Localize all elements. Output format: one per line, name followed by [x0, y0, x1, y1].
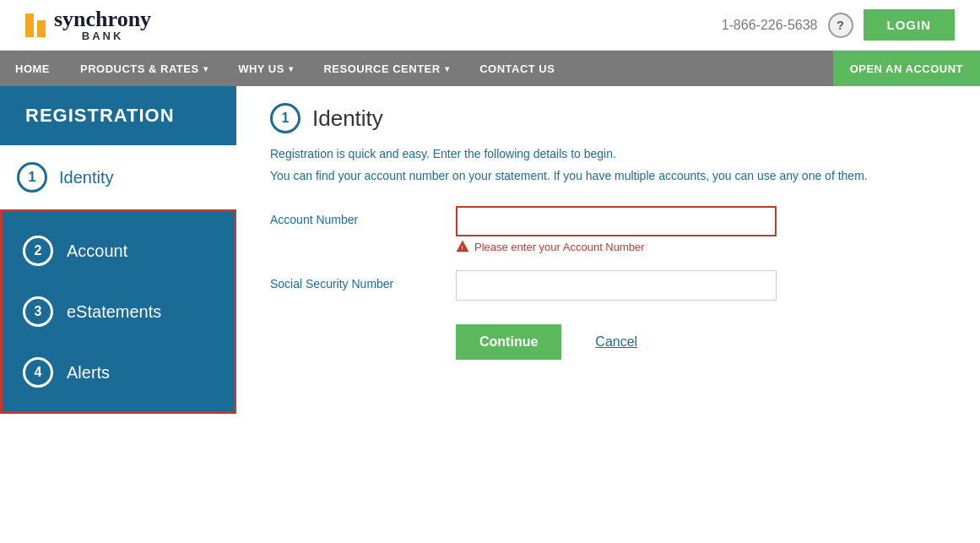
nav-products-rates[interactable]: PRODUCTS & RATES ▾	[65, 51, 223, 86]
logo-text: synchrony BANK	[54, 8, 151, 41]
sidebar: REGISTRATION 1 Identity 2 Account	[0, 86, 236, 414]
nav-why-us[interactable]: WHY US ▾	[223, 51, 308, 86]
account-number-label: Account Number	[270, 206, 439, 226]
sidebar-step-alerts[interactable]: 4 Alerts	[3, 342, 234, 403]
sidebar-step-estatements[interactable]: 3 eStatements	[3, 281, 234, 342]
nav-home[interactable]: HOME	[0, 51, 65, 86]
login-button[interactable]: LOGIN	[864, 9, 956, 41]
ssn-input[interactable]	[456, 270, 777, 301]
step2-label: Account	[67, 242, 127, 261]
content-title-row: 1 Identity	[270, 103, 946, 133]
content-step1-circle: 1	[270, 103, 300, 133]
help-button[interactable]: ?	[828, 13, 853, 38]
header-right: 1-866-226-5638 ? LOGIN	[722, 9, 955, 41]
sidebar-header: REGISTRATION	[0, 86, 236, 145]
open-account-button[interactable]: OPEN AN ACCOUNT	[833, 51, 980, 86]
chevron-down-icon: ▾	[289, 64, 294, 73]
step3-circle: 3	[23, 296, 53, 327]
step1-label: Identity	[59, 168, 113, 187]
continue-button[interactable]: Continue	[456, 324, 561, 360]
info-text: You can find your account number on your…	[270, 169, 946, 182]
main-content: REGISTRATION 1 Identity 2 Account	[0, 86, 980, 414]
form-actions: Continue Cancel	[456, 324, 946, 360]
content-title: Identity	[312, 106, 383, 132]
account-number-row: Account Number ! Please enter your Accou…	[270, 206, 946, 253]
phone-number: 1-866-226-5638	[722, 18, 818, 33]
account-number-input[interactable]	[456, 206, 777, 236]
logo-icon	[25, 14, 46, 37]
content-area: 1 Identity Registration is quick and eas…	[236, 86, 980, 414]
sidebar-steps-box: 2 Account 3 eStatements 4 Alerts	[0, 209, 236, 414]
nav-resource-center[interactable]: RESOURCE CENTER ▾	[308, 51, 464, 86]
logo-name: synchrony	[54, 8, 151, 30]
step4-label: Alerts	[67, 363, 110, 383]
step3-label: eStatements	[67, 302, 161, 322]
cancel-button[interactable]: Cancel	[595, 334, 637, 350]
header: synchrony BANK 1-866-226-5638 ? LOGIN	[0, 0, 980, 51]
warning-icon: !	[456, 240, 469, 253]
navbar: HOME PRODUCTS & RATES ▾ WHY US ▾ RESOURC…	[0, 51, 980, 86]
ssn-input-area	[456, 270, 777, 301]
account-number-error: ! Please enter your Account Number	[456, 240, 777, 253]
step2-circle: 2	[23, 236, 53, 266]
logo-bar2	[37, 20, 46, 37]
logo-area: synchrony BANK	[25, 8, 151, 41]
step4-circle: 4	[23, 357, 53, 388]
svg-text:!: !	[461, 244, 463, 252]
sidebar-steps-container: 2 Account 3 eStatements 4 Alerts	[0, 209, 236, 414]
step1-circle: 1	[17, 162, 47, 193]
nav-contact-us[interactable]: CONTACT US	[464, 51, 570, 86]
chevron-down-icon: ▾	[445, 64, 450, 73]
account-number-input-area: ! Please enter your Account Number	[456, 206, 777, 253]
ssn-row: Social Security Number	[270, 270, 946, 301]
sidebar-identity-step: 1 Identity	[0, 145, 236, 209]
intro-text: Registration is quick and easy. Enter th…	[270, 147, 946, 160]
sidebar-step-account[interactable]: 2 Account	[3, 220, 234, 281]
chevron-down-icon: ▾	[203, 64, 208, 73]
logo-sub: BANK	[54, 30, 151, 41]
logo-bar1	[25, 14, 34, 37]
ssn-label: Social Security Number	[270, 270, 439, 291]
